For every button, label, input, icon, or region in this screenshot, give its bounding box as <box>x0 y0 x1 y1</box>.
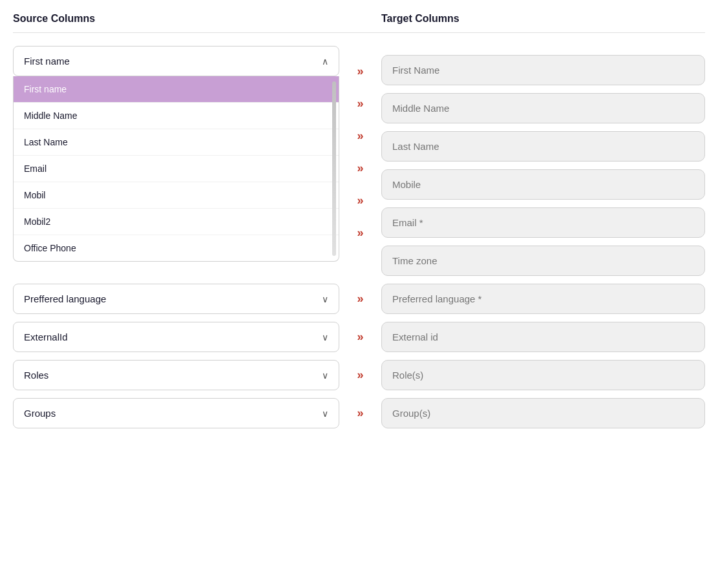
arrow-slot-1: » <box>339 55 381 87</box>
first-name-dropdown-header[interactable]: First name ∧ <box>13 46 339 76</box>
dropdown-item-mobil2[interactable]: Mobil2 <box>14 209 339 235</box>
externalid-dropdown[interactable]: ExternalId ∨ <box>13 322 339 352</box>
first-name-dropdown-label: First name <box>24 56 70 67</box>
column-headers: Source Columns Target Columns <box>13 13 705 33</box>
arrow-slot-6: » <box>339 216 381 249</box>
roles-label: Roles <box>24 370 48 381</box>
arrow-slot-4: » <box>339 152 381 184</box>
preffered-language-dropdown[interactable]: Preffered language ∨ <box>13 284 339 314</box>
target-lastname-input[interactable] <box>381 131 705 162</box>
groups-label: Groups <box>24 408 56 419</box>
chevron-down-icon-groups: ∨ <box>322 408 328 419</box>
target-roles-input[interactable] <box>381 360 705 390</box>
arrow-slot-3: » <box>339 120 381 152</box>
dropdown-item-middlename[interactable]: Middle Name <box>14 103 339 129</box>
target-preferred-language-input[interactable] <box>381 284 705 314</box>
source-columns-header: Source Columns <box>13 13 339 25</box>
arrow-externalid: » <box>339 330 381 344</box>
arrow-slot-2: » <box>339 87 381 120</box>
double-arrow-icon-lang: » <box>357 292 363 306</box>
double-arrow-icon-roles: » <box>357 368 363 382</box>
double-arrow-icon-ext: » <box>357 330 363 344</box>
target-timezone-input[interactable] <box>381 246 705 276</box>
target-groups-input[interactable] <box>381 398 705 428</box>
roles-row: Roles ∨ » <box>13 360 705 390</box>
groups-dropdown[interactable]: Groups ∨ <box>13 398 339 428</box>
dropdown-item-officephone[interactable]: Office Phone <box>14 235 339 261</box>
preffered-language-source: Preffered language ∨ <box>13 284 339 314</box>
arrow-groups: » <box>339 406 381 420</box>
first-name-targets <box>381 46 705 276</box>
externalid-row: ExternalId ∨ » <box>13 322 705 352</box>
preffered-language-row: Preffered language ∨ » <box>13 284 705 314</box>
first-name-source: First name ∧ First name Middle Name Last… <box>13 46 339 262</box>
chevron-up-icon: ∧ <box>322 56 328 67</box>
target-firstname-input[interactable] <box>381 55 705 85</box>
target-mobile-input[interactable] <box>381 169 705 200</box>
chevron-down-icon-roles: ∨ <box>322 370 328 381</box>
double-arrow-icon-3: » <box>357 129 363 143</box>
groups-target <box>381 398 705 428</box>
externalid-label: ExternalId <box>24 331 68 342</box>
target-slot-mobile <box>381 169 705 200</box>
first-name-dropdown-list: First name Middle Name Last Name Email M… <box>13 76 339 262</box>
arrow-lang: » <box>339 292 381 306</box>
target-slot-lastname <box>381 131 705 162</box>
target-middlename-input[interactable] <box>381 93 705 123</box>
target-email-input[interactable] <box>381 207 705 238</box>
double-arrow-icon-4: » <box>357 162 363 175</box>
arrow-slot-5: » <box>339 184 381 216</box>
first-name-arrows: » » » » » » <box>339 46 381 249</box>
preferred-language-target <box>381 284 705 314</box>
dropdown-item-firstname[interactable]: First name <box>14 76 339 103</box>
preffered-language-label: Preffered language <box>24 293 106 304</box>
target-slot-middlename <box>381 93 705 123</box>
double-arrow-icon-groups: » <box>357 406 363 420</box>
chevron-down-icon-ext: ∨ <box>322 332 328 342</box>
externalid-source: ExternalId ∨ <box>13 322 339 352</box>
dropdown-item-mobil[interactable]: Mobil <box>14 182 339 209</box>
target-externalid-input[interactable] <box>381 322 705 352</box>
double-arrow-icon-5: » <box>357 194 363 207</box>
double-arrow-icon-1: » <box>357 65 363 78</box>
double-arrow-icon-6: » <box>357 226 363 240</box>
target-slot-timezone <box>381 246 705 276</box>
dropdown-item-email[interactable]: Email <box>14 156 339 182</box>
roles-dropdown[interactable]: Roles ∨ <box>13 360 339 390</box>
target-slot-firstname <box>381 55 705 85</box>
target-columns-header: Target Columns <box>381 13 705 25</box>
dropdown-item-lastname[interactable]: Last Name <box>14 129 339 156</box>
arrow-roles: » <box>339 368 381 382</box>
groups-source: Groups ∨ <box>13 398 339 428</box>
first-name-mapping-block: First name ∧ First name Middle Name Last… <box>13 46 705 276</box>
externalid-target <box>381 322 705 352</box>
chevron-down-icon-lang: ∨ <box>322 294 328 304</box>
groups-row: Groups ∨ » <box>13 398 705 428</box>
target-slot-email <box>381 207 705 238</box>
roles-target <box>381 360 705 390</box>
double-arrow-icon-2: » <box>357 97 363 110</box>
roles-source: Roles ∨ <box>13 360 339 390</box>
